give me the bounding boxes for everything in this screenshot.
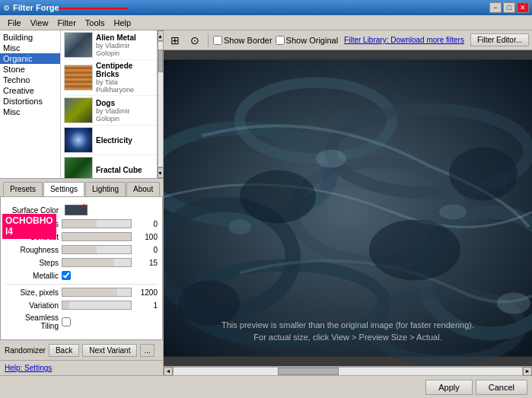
- filter-thumb-dogs: [64, 97, 93, 123]
- brightness-slider[interactable]: [62, 219, 132, 228]
- preview-toolbar: ⊞ ⊙ Show Border Show Original Filter Lib…: [164, 30, 532, 50]
- menu-filter[interactable]: Filter: [53, 17, 80, 29]
- toolbar-separator: [208, 33, 209, 47]
- list-item[interactable]: Electricity: [61, 126, 157, 155]
- tab-presets[interactable]: Presets: [3, 182, 43, 196]
- cat-misc2[interactable]: Misc: [0, 107, 60, 117]
- show-border-label: Show Border: [224, 36, 272, 45]
- tab-about[interactable]: About: [126, 182, 160, 196]
- list-item[interactable]: Dogs by Vladimir Golopin: [61, 96, 157, 126]
- svg-point-13: [316, 150, 346, 168]
- surface-color-label: Surface Color: [5, 206, 59, 215]
- cat-stone[interactable]: Stone: [0, 64, 60, 75]
- filter-library-link[interactable]: Filter Library: Download more filters: [344, 36, 464, 44]
- filter-author: by Vladimir Golopin: [96, 42, 154, 57]
- list-item[interactable]: Alien Metal by Vladimir Golopin: [61, 30, 157, 60]
- list-item[interactable]: Centipede Bricks by Tata Pulkharyone: [61, 60, 157, 96]
- preview-line1: This preview is smaller than the origina…: [221, 320, 474, 330]
- filter-name: Electricity: [96, 136, 154, 145]
- variation-value: 1: [135, 301, 158, 310]
- variation-slider[interactable]: [62, 301, 132, 310]
- cat-creative[interactable]: Creative: [0, 85, 60, 96]
- tabs-row: Presets Settings Lighting About: [3, 182, 160, 196]
- roughness-value: 0: [135, 246, 158, 254]
- randomizer-more-button[interactable]: ...: [140, 344, 154, 357]
- roughness-slider[interactable]: [62, 245, 132, 254]
- contrast-value: 100: [135, 233, 158, 241]
- help-link[interactable]: Help: Settings: [5, 364, 52, 372]
- filter-thumb-electricity: [64, 127, 93, 153]
- seamless-checkbox[interactable]: [62, 317, 71, 326]
- filter-author: by Vladimir Golopin: [96, 107, 154, 123]
- filter-info-alien: Alien Metal by Vladimir Golopin: [96, 33, 154, 57]
- menu-file[interactable]: File: [3, 17, 26, 29]
- list-item[interactable]: Fractal Cube: [61, 155, 157, 178]
- contrast-slider[interactable]: [62, 232, 132, 241]
- scroll-thumb[interactable]: [158, 49, 163, 72]
- show-original-check[interactable]: Show Original: [276, 36, 338, 45]
- scroll-down-arrow[interactable]: ▼: [158, 167, 164, 178]
- filter-thumb-fractal: [64, 157, 93, 178]
- zoom-actual-icon: ⊙: [190, 34, 199, 46]
- roughness-row: Roughness 0: [5, 245, 158, 254]
- scroll-track[interactable]: [158, 41, 164, 167]
- hscroll-thumb[interactable]: [278, 368, 339, 375]
- show-border-checkbox[interactable]: [213, 36, 222, 45]
- metallic-label: Metallic: [5, 272, 59, 280]
- hscroll-track[interactable]: [173, 367, 523, 376]
- filter-list: Building Misc Organic Stone Techno Creat…: [0, 30, 163, 179]
- zoom-actual-button[interactable]: ⊙: [186, 33, 203, 48]
- size-slider[interactable]: [62, 288, 132, 297]
- tabs-area: Presets Settings Lighting About: [0, 179, 163, 196]
- cat-organic[interactable]: Organic: [0, 53, 60, 64]
- svg-point-15: [228, 220, 251, 235]
- menu-tools[interactable]: Tools: [81, 17, 110, 29]
- category-list: Building Misc Organic Stone Techno Creat…: [0, 30, 61, 178]
- show-border-check[interactable]: Show Border: [213, 36, 272, 45]
- left-panel: Building Misc Organic Stone Techno Creat…: [0, 30, 164, 375]
- brightness-value: 0: [135, 220, 158, 228]
- hscroll-left-arrow[interactable]: ◄: [164, 367, 173, 376]
- menu-help[interactable]: Help: [110, 17, 136, 29]
- steps-value: 15: [135, 259, 158, 267]
- maximize-button[interactable]: □: [503, 2, 515, 13]
- filter-editor-button[interactable]: Filter Editor...: [470, 33, 529, 46]
- filter-scrollbar[interactable]: ▲ ▼: [157, 30, 163, 178]
- scroll-up-arrow[interactable]: ▲: [158, 30, 164, 41]
- randomizer-label: Randomizer: [5, 346, 46, 355]
- svg-point-10: [369, 220, 460, 281]
- cat-distortions[interactable]: Distortions: [0, 96, 60, 107]
- steps-slider[interactable]: [62, 258, 132, 267]
- tab-lighting[interactable]: Lighting: [85, 182, 126, 196]
- size-label: Size, pixels: [5, 288, 59, 297]
- app-icon: ⚙: [3, 4, 10, 12]
- cat-building[interactable]: Building: [0, 32, 60, 43]
- apply-button[interactable]: Apply: [425, 380, 473, 395]
- zoom-fit-button[interactable]: ⊞: [167, 33, 183, 48]
- size-row: Size, pixels 1200: [5, 288, 158, 297]
- variation-label: Variation: [5, 301, 59, 310]
- hscroll-right-arrow[interactable]: ►: [523, 367, 532, 376]
- randomizer-bar: Randomizer Back Next Variant ...: [0, 340, 163, 360]
- metallic-row: Metallic: [5, 271, 158, 280]
- cancel-button[interactable]: Cancel: [476, 380, 527, 395]
- menu-view[interactable]: View: [26, 17, 53, 29]
- cat-techno[interactable]: Techno: [0, 75, 60, 85]
- close-button[interactable]: ✕: [517, 2, 529, 13]
- show-original-checkbox[interactable]: [276, 36, 285, 45]
- minimize-button[interactable]: −: [489, 2, 502, 13]
- svg-point-12: [449, 148, 518, 201]
- filter-author: by Tata Pulkharyone: [96, 78, 154, 94]
- metallic-checkbox[interactable]: [62, 271, 71, 280]
- next-variant-button[interactable]: Next Variant: [82, 344, 137, 357]
- svg-point-16: [497, 293, 530, 314]
- filter-info-fractal: Fractal Cube: [96, 166, 154, 174]
- back-button[interactable]: Back: [49, 344, 79, 357]
- preview-hscrollbar[interactable]: ◄ ►: [164, 366, 532, 375]
- seamless-row: Seamless Tiling: [5, 314, 158, 330]
- tab-settings[interactable]: Settings: [43, 182, 84, 196]
- cat-misc[interactable]: Misc: [0, 43, 60, 53]
- menubar: File View Filter Tools Help: [0, 15, 532, 30]
- filter-name: Fractal Cube: [96, 166, 154, 174]
- filter-info-dogs: Dogs by Vladimir Golopin: [96, 99, 154, 123]
